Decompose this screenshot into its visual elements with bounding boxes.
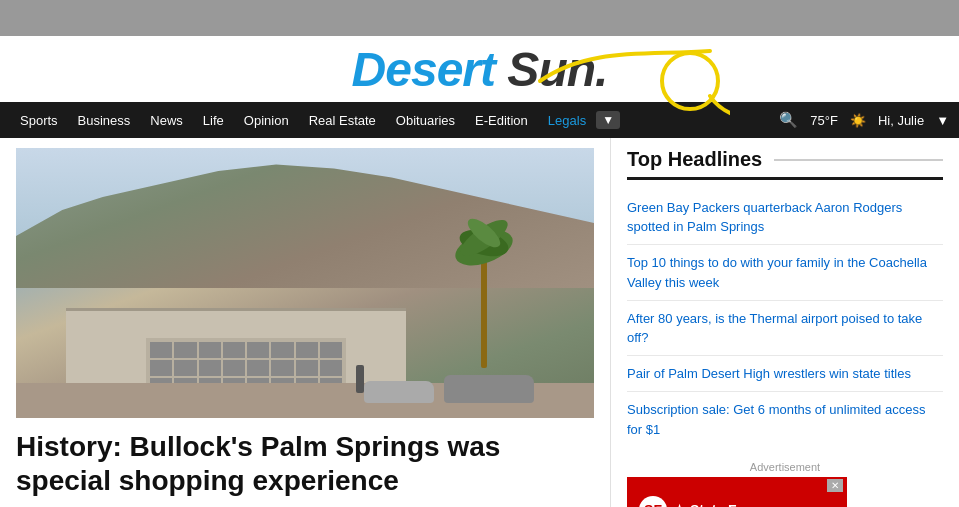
nav-obituaries[interactable]: Obituaries	[386, 113, 465, 128]
headline-link-2[interactable]: Top 10 things to do with your family in …	[627, 255, 927, 289]
nav-bar: Sports Business News Life Opinion Real E…	[0, 102, 959, 138]
statefarm-logo: SF ★ State Farm	[639, 496, 762, 508]
headline-item-3: After 80 years, is the Thermal airport p…	[627, 301, 943, 356]
nav-life[interactable]: Life	[193, 113, 234, 128]
top-headlines-title: Top Headlines	[627, 148, 943, 180]
nav-more-dropdown[interactable]: ▼	[596, 111, 620, 129]
headlines-title-text: Top Headlines	[627, 148, 762, 171]
headline-item-4: Pair of Palm Desert High wrestlers win s…	[627, 356, 943, 392]
nav-right: 🔍 75°F ☀️ Hi, Julie ▼	[779, 111, 949, 129]
logo-dot: .	[595, 43, 607, 96]
article-image	[16, 148, 594, 418]
nav-business[interactable]: Business	[68, 113, 141, 128]
temperature-display: 75°F	[810, 113, 838, 128]
image-person	[356, 365, 364, 393]
statefarm-icon: SF	[639, 496, 667, 508]
article-area: History: Bullock's Palm Springs was spec…	[0, 138, 610, 507]
nav-real-estate[interactable]: Real Estate	[299, 113, 386, 128]
logo-area: Desert Sun.	[0, 36, 959, 102]
nav-sports[interactable]: Sports	[10, 113, 68, 128]
sidebar: Top Headlines Green Bay Packers quarterb…	[610, 138, 959, 507]
ad-box[interactable]: ✕ SF ★ State Farm your roomie can put do…	[627, 477, 847, 507]
headline-item-2: Top 10 things to do with your family in …	[627, 245, 943, 300]
nav-opinion[interactable]: Opinion	[234, 113, 299, 128]
headline-link-5[interactable]: Subscription sale: Get 6 months of unlim…	[627, 402, 925, 436]
nav-e-edition[interactable]: E-Edition	[465, 113, 538, 128]
headlines-list: Green Bay Packers quarterback Aaron Rodg…	[627, 190, 943, 447]
nav-legals[interactable]: Legals	[538, 113, 596, 128]
ad-label: Advertisement	[627, 461, 943, 473]
headline-link-3[interactable]: After 80 years, is the Thermal airport p…	[627, 311, 922, 345]
logo-desert: Desert	[352, 43, 495, 96]
headline-item-5: Subscription sale: Get 6 months of unlim…	[627, 392, 943, 446]
statefarm-name: ★ State Farm	[673, 502, 762, 508]
headline-link-1[interactable]: Green Bay Packers quarterback Aaron Rodg…	[627, 200, 902, 234]
svg-rect-1	[481, 248, 487, 368]
main-content: History: Bullock's Palm Springs was spec…	[0, 138, 959, 507]
ad-close-button[interactable]: ✕	[827, 479, 843, 492]
advertisement-area: Advertisement ✕ SF ★ State Farm your roo…	[627, 461, 943, 507]
search-icon[interactable]: 🔍	[779, 111, 798, 129]
logo-sun: Sun	[495, 43, 595, 96]
site-logo[interactable]: Desert Sun.	[0, 46, 959, 94]
headline-link-4[interactable]: Pair of Palm Desert High wrestlers win s…	[627, 366, 911, 381]
user-dropdown-icon[interactable]: ▼	[936, 113, 949, 128]
headline-item-1: Green Bay Packers quarterback Aaron Rodg…	[627, 190, 943, 245]
nav-news[interactable]: News	[140, 113, 193, 128]
headlines-divider	[774, 159, 943, 161]
image-palm-tree	[454, 168, 514, 368]
article-title[interactable]: History: Bullock's Palm Springs was spec…	[16, 430, 594, 497]
user-greeting[interactable]: Hi, Julie	[878, 113, 924, 128]
weather-icon: ☀️	[850, 113, 866, 128]
top-bar	[0, 0, 959, 36]
image-car-2	[364, 381, 434, 403]
image-car-1	[444, 375, 534, 403]
